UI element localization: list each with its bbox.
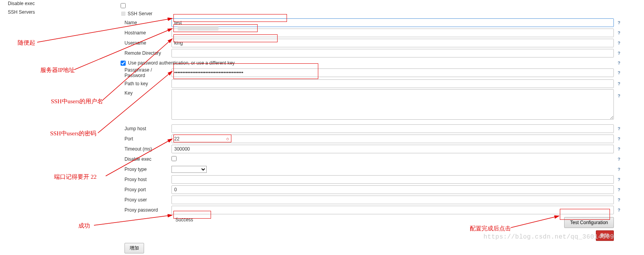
help-icon[interactable] bbox=[616, 156, 622, 162]
help-icon[interactable] bbox=[616, 60, 622, 66]
key-label: Key bbox=[121, 89, 171, 96]
delete-button[interactable]: 删除 bbox=[596, 230, 614, 241]
proxy-user-input[interactable] bbox=[171, 196, 614, 204]
ssh-server-header: SSH Server bbox=[128, 11, 152, 16]
drag-handle-icon[interactable] bbox=[121, 12, 125, 16]
annotation-text-name: 随便起 bbox=[18, 39, 35, 47]
annotation-text-password: SSH中users的密码 bbox=[50, 130, 96, 137]
help-icon[interactable] bbox=[616, 207, 622, 213]
disable-exec-top-checkbox[interactable] bbox=[121, 3, 126, 8]
help-icon[interactable] bbox=[616, 93, 622, 99]
proxy-type-label: Proxy type bbox=[121, 167, 171, 172]
key-textarea[interactable] bbox=[171, 89, 614, 120]
jump-host-input[interactable] bbox=[171, 124, 614, 133]
help-icon[interactable] bbox=[616, 30, 622, 36]
help-icon[interactable] bbox=[616, 81, 622, 86]
username-label: Username bbox=[121, 40, 171, 46]
help-icon[interactable] bbox=[616, 136, 622, 142]
timeout-label: Timeout (ms) bbox=[121, 146, 171, 152]
help-icon[interactable] bbox=[616, 187, 622, 192]
port-label: Port bbox=[121, 136, 171, 142]
use-password-checkbox[interactable] bbox=[121, 61, 126, 66]
name-label: Name bbox=[121, 20, 171, 25]
annotation-text-success: 成功 bbox=[78, 222, 90, 230]
use-password-label: Use password authentication, or use a di… bbox=[128, 60, 235, 66]
proxy-port-label: Proxy port bbox=[121, 187, 171, 192]
help-icon[interactable] bbox=[616, 197, 622, 203]
passphrase-label: Passphrase / Password bbox=[121, 67, 171, 78]
help-icon[interactable] bbox=[616, 146, 622, 152]
add-button[interactable]: 增加 bbox=[124, 243, 144, 253]
disable-exec-label: Disable exec bbox=[121, 156, 171, 162]
timeout-input[interactable] bbox=[171, 145, 614, 153]
proxy-host-input[interactable] bbox=[171, 175, 614, 184]
path-to-key-input[interactable] bbox=[171, 79, 614, 88]
help-icon[interactable] bbox=[616, 70, 622, 75]
proxy-user-label: Proxy user bbox=[121, 197, 171, 203]
help-icon[interactable] bbox=[616, 50, 622, 56]
test-configuration-button[interactable]: Test Configuration bbox=[564, 217, 614, 228]
name-input[interactable] bbox=[171, 18, 614, 27]
proxy-type-select[interactable] bbox=[171, 166, 207, 173]
help-icon[interactable] bbox=[616, 177, 622, 182]
disable-exec-label-top: Disable exec bbox=[8, 1, 110, 6]
status-text: Success bbox=[175, 217, 193, 223]
passphrase-input[interactable] bbox=[171, 68, 614, 77]
help-icon[interactable] bbox=[616, 167, 622, 172]
hostname-input[interactable] bbox=[171, 29, 614, 37]
annotation-text-username: SSH中users的用户名 bbox=[51, 98, 103, 105]
path-to-key-label: Path to key bbox=[121, 81, 171, 86]
disable-exec-checkbox[interactable] bbox=[171, 156, 177, 161]
proxy-port-input[interactable] bbox=[171, 185, 614, 194]
proxy-host-label: Proxy host bbox=[121, 177, 171, 182]
remote-directory-input[interactable] bbox=[171, 49, 614, 57]
annotation-text-hostname: 服务器IP地址 bbox=[40, 66, 75, 74]
annotation-text-port: 端口记得要开 22 bbox=[54, 173, 97, 181]
help-icon[interactable] bbox=[616, 40, 622, 46]
proxy-password-label: Proxy password bbox=[121, 207, 171, 213]
help-icon[interactable] bbox=[616, 126, 622, 131]
jump-host-label: Jump host bbox=[121, 126, 171, 131]
remote-directory-label: Remote Directory bbox=[121, 50, 171, 56]
username-input[interactable] bbox=[171, 39, 614, 47]
port-input[interactable] bbox=[171, 135, 614, 143]
hostname-label: Hostname bbox=[121, 30, 171, 36]
help-icon[interactable] bbox=[616, 20, 622, 25]
ssh-servers-label: SSH Servers bbox=[8, 9, 110, 15]
proxy-password-input[interactable] bbox=[171, 206, 614, 214]
